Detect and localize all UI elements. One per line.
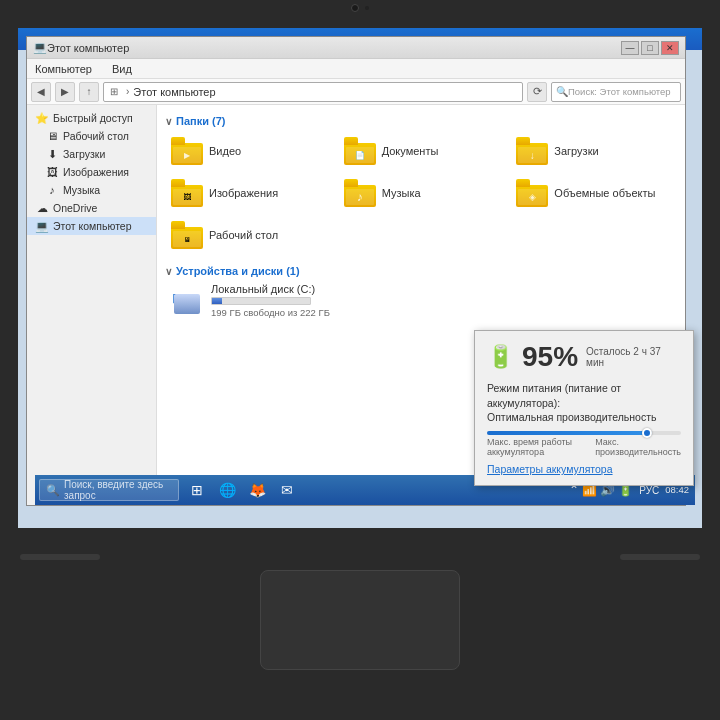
address-bar: ◀ ▶ ↑ ⊞ › Этот компьютер ⟳ 🔍 Поиск: Этот…	[27, 79, 685, 105]
battery-label-right: Макс. производительность	[595, 437, 681, 457]
3dobjects-folder-label: Объемные объекты	[554, 187, 655, 199]
search-box[interactable]: 🔍 Поиск: Этот компьютер	[551, 82, 681, 102]
explorer-title-icon: 💻	[33, 41, 47, 55]
refresh-button[interactable]: ⟳	[527, 82, 547, 102]
address-path[interactable]: ⊞ › Этот компьютер	[103, 82, 523, 102]
desktop-icon: 🖥	[45, 129, 59, 143]
docs-folder-label: Документы	[382, 145, 439, 157]
battery-percent: 95%	[522, 341, 578, 373]
path-separator: ›	[126, 86, 129, 97]
disk-space-text: 199 ГБ свободно из 222 ГБ	[211, 307, 671, 318]
battery-label-left: Макс. время работы аккумулятора	[487, 437, 595, 457]
taskbar-mail-button[interactable]: ✉	[273, 477, 301, 503]
folder-downloads[interactable]: Загрузки	[510, 133, 677, 169]
downloads-icon: ⬇	[45, 147, 59, 161]
folder-images[interactable]: Изображения	[165, 175, 332, 211]
explorer-title-text: Этот компьютер	[47, 42, 621, 54]
webcam-light	[365, 6, 369, 10]
music-icon: ♪	[45, 183, 59, 197]
devices-section-header: Устройства и диски (1)	[165, 261, 677, 279]
taskbar-edge-button[interactable]: 🌐	[213, 477, 241, 503]
video-folder-label: Видео	[209, 145, 241, 157]
path-arrow: ⊞	[110, 86, 118, 97]
path-current: Этот компьютер	[133, 86, 215, 98]
folders-section-header: Папки (7)	[165, 111, 677, 129]
disk-icon: ⊞	[171, 287, 203, 315]
battery-mode-text: Режим питания (питание от аккумулятора):…	[487, 381, 681, 425]
images-folder-label: Изображения	[209, 187, 278, 199]
battery-top: 🔋 95% Осталось 2 ч 37 мин	[487, 341, 681, 373]
3dobjects-folder-icon	[516, 179, 548, 207]
images-icon: 🖼	[45, 165, 59, 179]
up-button[interactable]: ↑	[79, 82, 99, 102]
taskbar-browser-button[interactable]: 🦊	[243, 477, 271, 503]
battery-popup: 🔋 95% Осталось 2 ч 37 мин Режим питания …	[474, 330, 694, 486]
video-folder-icon	[171, 137, 203, 165]
disk-progress-bar	[211, 297, 311, 305]
minimize-button[interactable]: —	[621, 41, 639, 55]
desktop-folder-icon	[171, 221, 203, 249]
menu-computer[interactable]: Компьютер	[31, 61, 96, 77]
folder-grid: Видео Документы	[165, 129, 677, 261]
battery-slider-labels: Макс. время работы аккумулятора Макс. пр…	[487, 437, 681, 457]
menu-view[interactable]: Вид	[108, 61, 136, 77]
battery-slider-fill	[487, 431, 652, 435]
folder-video[interactable]: Видео	[165, 133, 332, 169]
taskbar-search-text: Поиск, введите здесь запрос	[64, 479, 172, 501]
battery-slider[interactable]	[487, 431, 681, 435]
onedrive-icon: ☁	[35, 201, 49, 215]
disk-name: Локальный диск (С:)	[211, 283, 671, 295]
folder-music[interactable]: Музыка	[338, 175, 505, 211]
thispc-icon: 💻	[35, 219, 49, 233]
taskbar-apps: ⊞ 🌐 🦊 ✉	[183, 477, 301, 503]
laptop-body: 💻 Этот компьютер — □ ✕ Компьютер Вид ◀ ▶…	[0, 0, 720, 720]
images-folder-icon	[171, 179, 203, 207]
title-controls: — □ ✕	[621, 41, 679, 55]
local-disk-item[interactable]: ⊞ Локальный диск (С:) 199 ГБ свободно из…	[165, 279, 677, 322]
music-folder-label: Музыка	[382, 187, 421, 199]
folder-3dobjects[interactable]: Объемные объекты	[510, 175, 677, 211]
downloads-folder-icon	[516, 137, 548, 165]
close-button[interactable]: ✕	[661, 41, 679, 55]
folder-docs[interactable]: Документы	[338, 133, 505, 169]
quickaccess-icon: ⭐	[35, 111, 49, 125]
sidebar-item-desktop[interactable]: 🖥 Рабочий стол	[27, 127, 156, 145]
speaker-right	[620, 554, 700, 560]
menu-bar: Компьютер Вид	[27, 59, 685, 79]
title-bar: 💻 Этот компьютер — □ ✕	[27, 37, 685, 59]
taskbar-search-icon: 🔍	[46, 484, 60, 497]
trackpad[interactable]	[260, 570, 460, 670]
battery-remaining: Осталось 2 ч 37 мин	[586, 346, 681, 368]
sidebar-item-onedrive[interactable]: ☁ OneDrive	[27, 199, 156, 217]
music-folder-icon	[344, 179, 376, 207]
sidebar-item-downloads[interactable]: ⬇ Загрузки	[27, 145, 156, 163]
speaker-left	[20, 554, 100, 560]
laptop-screen: 💻 Этот компьютер — □ ✕ Компьютер Вид ◀ ▶…	[18, 28, 702, 528]
battery-icon: 🔋	[487, 344, 514, 370]
taskbar-search[interactable]: 🔍 Поиск, введите здесь запрос	[39, 479, 179, 501]
sidebar-item-thispc[interactable]: 💻 Этот компьютер	[27, 217, 156, 235]
folder-desktop[interactable]: Рабочий стол	[165, 217, 332, 253]
sidebar-item-quickaccess[interactable]: ⭐ Быстрый доступ	[27, 109, 156, 127]
taskbar-start-button[interactable]: ⊞	[183, 477, 211, 503]
search-icon: 🔍	[556, 86, 568, 97]
sidebar-item-images[interactable]: 🖼 Изображения	[27, 163, 156, 181]
disk-info: Локальный диск (С:) 199 ГБ свободно из 2…	[211, 283, 671, 318]
webcam-lens	[351, 4, 359, 12]
sidebar: ⭐ Быстрый доступ 🖥 Рабочий стол ⬇	[27, 105, 157, 505]
sidebar-item-music[interactable]: ♪ Музыка	[27, 181, 156, 199]
back-button[interactable]: ◀	[31, 82, 51, 102]
battery-slider-thumb	[642, 428, 652, 438]
forward-button[interactable]: ▶	[55, 82, 75, 102]
webcam-area	[310, 0, 410, 16]
docs-folder-icon	[344, 137, 376, 165]
disk-progress-fill	[212, 298, 222, 304]
battery-settings-link[interactable]: Параметры аккумулятора	[487, 463, 681, 475]
bottom-bezel	[0, 530, 720, 720]
battery-slider-container: Макс. время работы аккумулятора Макс. пр…	[487, 431, 681, 457]
desktop-folder-label: Рабочий стол	[209, 229, 278, 241]
downloads-folder-label: Загрузки	[554, 145, 598, 157]
search-placeholder-text: Поиск: Этот компьютер	[568, 86, 671, 97]
maximize-button[interactable]: □	[641, 41, 659, 55]
